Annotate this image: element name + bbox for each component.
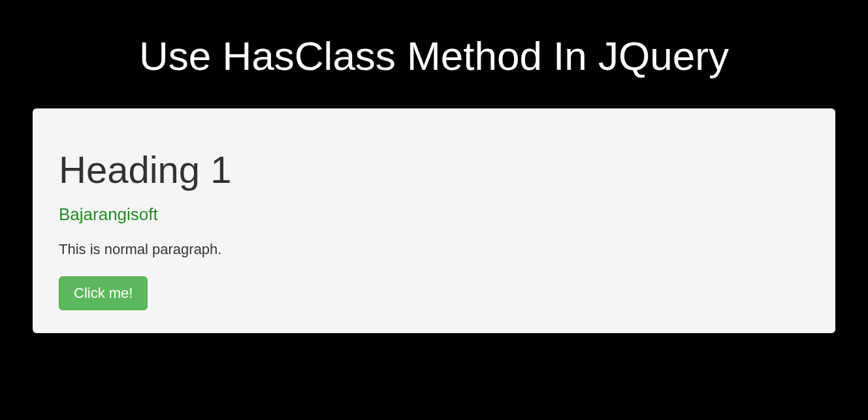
paragraph-text: This is normal paragraph. [59, 241, 809, 258]
content-card: Heading 1 Bajarangisoft This is normal p… [33, 108, 835, 333]
subtitle-text: Bajarangisoft [59, 204, 809, 225]
click-me-button[interactable]: Click me! [59, 276, 148, 310]
heading-1: Heading 1 [59, 148, 809, 191]
page-title: Use HasClass Method In JQuery [0, 0, 868, 108]
